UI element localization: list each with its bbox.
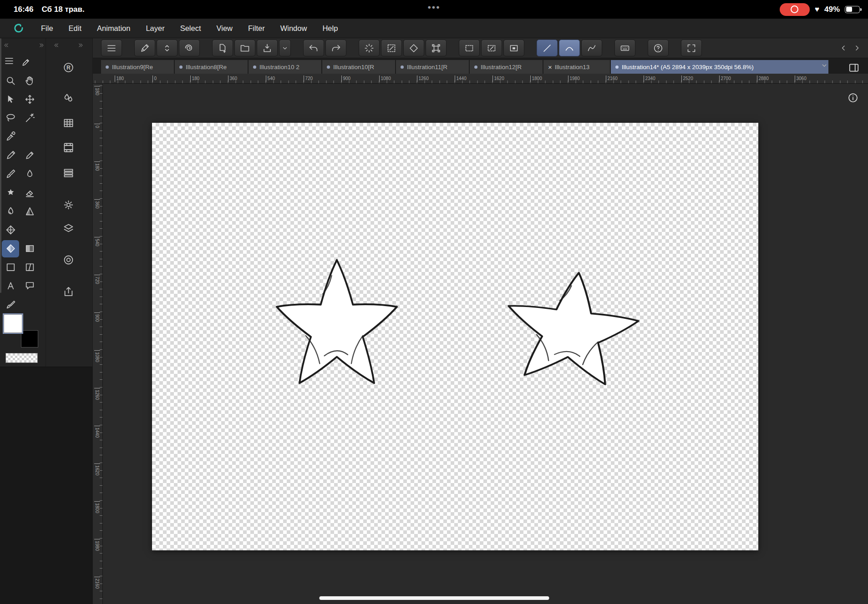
foreground-color-swatch[interactable] — [4, 314, 22, 333]
timeline-panel-button[interactable] — [60, 165, 76, 181]
expand-palette-2-icon[interactable] — [77, 42, 84, 49]
brush-tool[interactable] — [2, 166, 19, 183]
select-mask-button[interactable] — [503, 40, 524, 56]
snap-to-ruler-button[interactable] — [359, 40, 380, 56]
palette-dock-menu-button[interactable] — [101, 40, 122, 56]
text-tool[interactable] — [2, 277, 19, 295]
ruler-mark: 180 — [190, 76, 200, 82]
pen-tool[interactable] — [2, 147, 19, 164]
eyedropper-tool[interactable] — [2, 128, 19, 146]
collapse-palette-icon[interactable] — [3, 42, 10, 49]
menu-view[interactable]: View — [217, 24, 233, 33]
date: Сб 18 трав. — [41, 5, 84, 14]
color-mix-panel-button[interactable] — [60, 90, 76, 106]
document-tab[interactable]: Illustration8[Re — [175, 60, 248, 74]
transform-button[interactable] — [426, 40, 447, 56]
auto-select-tool[interactable] — [21, 110, 38, 127]
home-indicator[interactable] — [319, 596, 549, 600]
scroll-toolbar-left-icon[interactable] — [839, 44, 848, 53]
menu-filter[interactable]: Filter — [248, 24, 265, 33]
navigator-panel-button[interactable] — [60, 252, 76, 267]
ruler-mark: 720 — [94, 275, 100, 284]
toolbar-group — [212, 40, 291, 56]
tab-overflow-icon[interactable] — [820, 61, 829, 70]
new-canvas-button[interactable] — [212, 40, 233, 56]
menu-file[interactable]: File — [41, 24, 53, 33]
quick-access-panel-button[interactable]: R — [60, 60, 76, 75]
document-tab[interactable]: Illustration10 2 — [249, 60, 321, 74]
balloon-tool[interactable] — [21, 277, 38, 295]
document-tab[interactable]: Illustration14* (A5 2894 x 2039px 350dpi… — [611, 60, 828, 74]
background-color-swatch[interactable] — [21, 330, 38, 347]
fill-tool[interactable] — [2, 240, 19, 257]
hand-tool[interactable] — [21, 72, 38, 90]
canvas[interactable] — [152, 123, 758, 550]
menu-window[interactable]: Window — [280, 24, 307, 33]
operation-tool[interactable] — [2, 91, 19, 108]
menu-animation[interactable]: Animation — [97, 24, 130, 33]
document-tab[interactable]: Illustration10[R — [322, 60, 395, 74]
redo-button[interactable] — [325, 40, 346, 56]
document-tab[interactable]: Illustration11[R — [396, 60, 469, 74]
layer-panel-button[interactable] — [60, 221, 76, 236]
open-clip-studio-button[interactable] — [179, 40, 200, 56]
palette-scrollbar[interactable] — [0, 38, 1, 293]
save-options-button[interactable] — [279, 40, 291, 56]
current-subtool-icon[interactable] — [21, 58, 30, 67]
menu-edit[interactable]: Edit — [69, 24, 81, 33]
menu-select[interactable]: Select — [180, 24, 201, 33]
material-panel-button[interactable] — [60, 284, 76, 299]
snap-to-grid-button[interactable] — [403, 40, 424, 56]
save-canvas-button[interactable] — [257, 40, 278, 56]
liquify-tool[interactable] — [21, 203, 38, 220]
menu-layer[interactable]: Layer — [146, 24, 164, 33]
scroll-toolbar-right-icon[interactable] — [853, 44, 862, 53]
transparent-color-swatch[interactable] — [5, 353, 38, 363]
screen-record-indicator[interactable] — [780, 3, 810, 16]
decoration-tool[interactable] — [2, 184, 19, 201]
keyboard-shortcuts-button[interactable] — [614, 40, 635, 56]
menu-help[interactable]: Help — [322, 24, 338, 33]
open-file-button[interactable] — [234, 40, 255, 56]
select-pen-button[interactable] — [481, 40, 502, 56]
pen-settings-button[interactable] — [134, 40, 155, 56]
canvas-info-button[interactable] — [847, 92, 859, 104]
divide-frame-tool[interactable] — [21, 259, 38, 276]
collapse-palette-2-icon[interactable] — [53, 42, 60, 49]
palette-menu-icon[interactable] — [4, 55, 15, 66]
auto-action-panel-button[interactable] — [60, 197, 76, 212]
blend-tool[interactable] — [2, 203, 19, 220]
correct-line-tool[interactable] — [2, 296, 19, 313]
airbrush-tool[interactable] — [21, 166, 38, 183]
multitask-dots-icon[interactable]: ••• — [427, 2, 440, 13]
ruler-mark: 180 — [94, 161, 100, 171]
pencil-tool[interactable] — [21, 147, 38, 164]
animation-panel-button[interactable] — [60, 140, 76, 155]
snap-to-special-ruler-button[interactable] — [381, 40, 402, 56]
document-tab[interactable]: ×Illustration13 — [543, 60, 610, 74]
fullscreen-button[interactable] — [681, 40, 702, 56]
curve-line-button[interactable] — [559, 40, 580, 56]
close-tab-icon[interactable]: × — [548, 63, 552, 71]
polyline-button[interactable] — [581, 40, 602, 56]
select-rectangle-button[interactable] — [459, 40, 480, 56]
clip-studio-logo[interactable] — [12, 21, 25, 35]
hide-palettes-button[interactable] — [848, 62, 860, 74]
tool-cycle-button[interactable] — [157, 40, 178, 56]
document-tab[interactable]: Illustration9[Re — [101, 60, 174, 74]
figure-tool[interactable] — [2, 221, 19, 239]
expand-palette-icon[interactable] — [38, 42, 45, 49]
help-button[interactable] — [648, 40, 669, 56]
eraser-tool[interactable] — [21, 184, 38, 201]
document-tab[interactable]: Illustration12[R — [470, 60, 543, 74]
move-layer-tool[interactable] — [21, 91, 38, 108]
zoom-tool[interactable] — [2, 72, 19, 90]
gradient-tool[interactable] — [21, 240, 38, 257]
canvas-viewport[interactable] — [103, 84, 868, 604]
ruler-mark: 2520 — [681, 76, 693, 82]
selection-tool[interactable] — [2, 110, 19, 127]
color-set-panel-button[interactable] — [60, 115, 76, 131]
straight-line-button[interactable] — [537, 40, 558, 56]
frame-border-tool[interactable] — [2, 259, 19, 276]
undo-button[interactable] — [303, 40, 324, 56]
